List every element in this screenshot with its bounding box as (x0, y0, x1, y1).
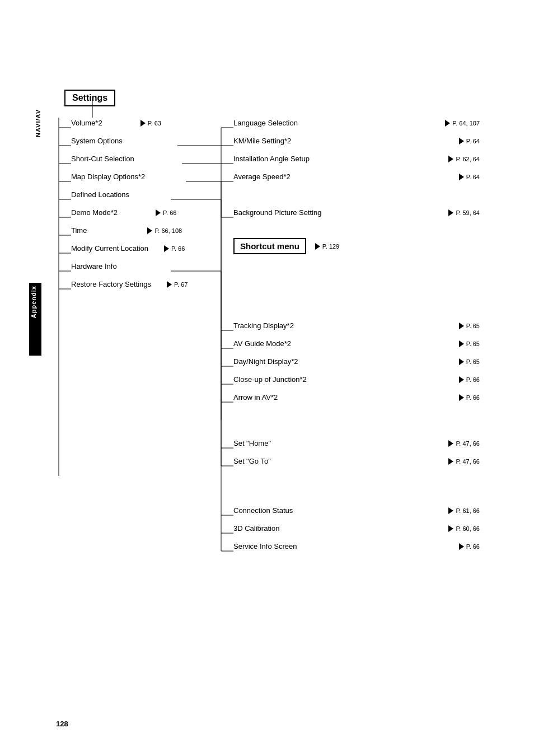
demo-mode-arrow (156, 209, 161, 216)
connection-status-item: Connection Status P. 61, 66 (233, 506, 480, 515)
demo-mode-item: Demo Mode*2 P. 66 (71, 208, 176, 217)
average-speed-arrow (459, 174, 464, 180)
service-info-arrow (459, 543, 464, 550)
language-selection-arrow (445, 120, 450, 127)
3d-calibration-arrow (448, 525, 453, 532)
bg-picture-page-ref: P. 59, 64 (456, 209, 480, 216)
km-mile-label: KM/Mile Setting*2 (233, 137, 291, 145)
demo-mode-label: Demo Mode*2 (71, 208, 118, 217)
hardware-info-label: Hardware Info (71, 262, 117, 270)
close-up-junction-arrow (459, 376, 464, 383)
av-guide-mode-item: AV Guide Mode*2 P. 65 (233, 339, 480, 348)
tracking-display-label: Tracking Display*2 (233, 321, 294, 330)
settings-title: Settings (72, 93, 107, 102)
map-display-label: Map Display Options*2 (71, 172, 145, 181)
bg-picture-label: Background Picture Setting (233, 208, 322, 217)
settings-box: Settings (64, 90, 115, 106)
connection-status-arrow (448, 507, 453, 514)
average-speed-label: Average Speed*2 (233, 172, 291, 181)
page-number: 128 (56, 720, 68, 728)
set-home-item: Set "Home" P. 47, 66 (233, 439, 480, 447)
day-night-display-page-ref: P. 65 (466, 358, 480, 365)
installation-angle-arrow (448, 156, 453, 162)
set-go-to-item: Set "Go To" P. 47, 66 (233, 457, 480, 465)
tracking-display-arrow (459, 323, 464, 329)
shortcut-menu-box: Shortcut menu (233, 238, 306, 254)
service-info-page-ref: P. 66 (466, 543, 480, 550)
3d-calibration-label: 3D Calibration (233, 524, 279, 533)
shortcut-menu-container: Shortcut menu P. 129 (233, 238, 339, 254)
installation-angle-item: Installation Angle Setup P. 62, 64 (233, 155, 480, 163)
language-selection-page-ref: P. 64, 107 (452, 120, 480, 127)
arrow-in-av-label: Arrow in AV*2 (233, 393, 278, 402)
demo-mode-page-ref: P. 66 (163, 209, 176, 216)
service-info-label: Service Info Screen (233, 542, 297, 550)
arrow-in-av-page-ref: P. 66 (466, 394, 480, 401)
installation-angle-page-ref: P. 62, 64 (456, 156, 480, 162)
set-go-to-label: Set "Go To" (233, 457, 271, 465)
time-page-ref: P. 66, 108 (154, 227, 182, 234)
hardware-info-item: Hardware Info (71, 262, 117, 270)
arrow-in-av-item: Arrow in AV*2 P. 66 (233, 393, 480, 402)
close-up-junction-label: Close-up of Junction*2 (233, 375, 307, 384)
navi-av-label: NAVI/AV (35, 109, 41, 137)
connection-status-page-ref: P. 61, 66 (456, 507, 480, 514)
set-home-page-ref: P. 47, 66 (456, 440, 480, 447)
tracking-display-item: Tracking Display*2 P. 65 (233, 321, 480, 330)
restore-factory-arrow (167, 281, 172, 288)
service-info-item: Service Info Screen P. 66 (233, 542, 480, 550)
day-night-display-arrow (459, 358, 464, 365)
set-home-label: Set "Home" (233, 439, 271, 447)
shortcut-selection-label: Short-Cut Selection (71, 155, 134, 163)
set-home-arrow (448, 440, 453, 447)
shortcut-menu-label: Shortcut menu (240, 241, 299, 251)
km-mile-arrow (459, 138, 464, 144)
tracking-display-page-ref: P. 65 (466, 323, 480, 329)
set-go-to-page-ref: P. 47, 66 (456, 458, 480, 465)
map-display-item: Map Display Options*2 (71, 172, 145, 181)
restore-factory-label: Restore Factory Settings (71, 280, 151, 288)
shortcut-selection-item: Short-Cut Selection (71, 155, 134, 163)
av-guide-mode-page-ref: P. 65 (466, 340, 480, 347)
close-up-junction-page-ref: P. 66 (466, 376, 480, 383)
system-options-item: System Options (71, 137, 123, 145)
volume-page-ref: P. 63 (148, 120, 161, 127)
km-mile-page-ref: P. 64 (466, 138, 480, 144)
set-go-to-arrow (448, 458, 453, 465)
av-guide-mode-arrow (459, 340, 464, 347)
language-selection-item: Language Selection P. 64, 107 (233, 119, 480, 127)
defined-locations-label: Defined Locations (71, 190, 129, 199)
av-guide-mode-label: AV Guide Mode*2 (233, 339, 291, 348)
km-mile-item: KM/Mile Setting*2 P. 64 (233, 137, 480, 145)
time-item: Time P. 66, 108 (71, 226, 182, 235)
modify-location-label: Modify Current Location (71, 244, 148, 253)
modify-location-page-ref: P. 66 (171, 245, 185, 252)
volume-label: Volume*2 (71, 119, 102, 127)
average-speed-page-ref: P. 64 (466, 174, 480, 180)
connection-status-label: Connection Status (233, 506, 293, 515)
defined-locations-item: Defined Locations (71, 190, 129, 199)
page-container: NAVI/AV Appendix Settings (0, 0, 534, 756)
day-night-display-label: Day/Night Display*2 (233, 357, 298, 366)
restore-factory-item: Restore Factory Settings P. 67 (71, 280, 188, 288)
appendix-label: Appendix (30, 286, 37, 318)
shortcut-menu-arrow (315, 243, 320, 250)
restore-factory-page-ref: P. 67 (174, 281, 188, 288)
time-label: Time (71, 226, 87, 235)
volume-arrow (140, 120, 146, 127)
3d-calibration-item: 3D Calibration P. 60, 66 (233, 524, 480, 533)
modify-location-arrow (164, 245, 169, 252)
modify-location-item: Modify Current Location P. 66 (71, 244, 185, 253)
bg-picture-arrow (448, 209, 453, 216)
time-arrow (147, 227, 152, 234)
day-night-display-item: Day/Night Display*2 P. 65 (233, 357, 480, 366)
close-up-junction-item: Close-up of Junction*2 P. 66 (233, 375, 480, 384)
average-speed-item: Average Speed*2 P. 64 (233, 172, 480, 181)
arrow-in-av-arrow (459, 394, 464, 401)
3d-calibration-page-ref: P. 60, 66 (456, 525, 480, 532)
system-options-label: System Options (71, 137, 123, 145)
shortcut-menu-page-ref: P. 129 (322, 243, 339, 250)
volume-item: Volume*2 P. 63 (71, 119, 161, 127)
language-selection-label: Language Selection (233, 119, 298, 127)
bg-picture-item: Background Picture Setting P. 59, 64 (233, 208, 480, 217)
